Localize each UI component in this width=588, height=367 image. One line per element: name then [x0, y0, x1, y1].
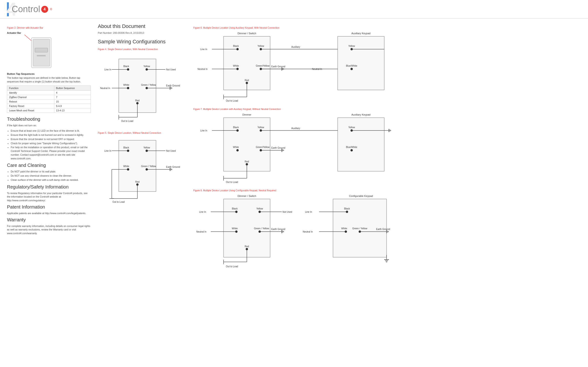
svg-point-140 — [235, 230, 237, 233]
warranty-text: For complete warranty information, inclu… — [7, 224, 91, 235]
svg-point-39 — [146, 168, 148, 171]
svg-point-10 — [127, 87, 129, 89]
svg-text:Not Used: Not Used — [166, 68, 176, 71]
svg-text:Yellow: Yellow — [143, 65, 150, 67]
figure7-svg: Dimmer Auxiliary Keypad Black Yellow Whi… — [193, 112, 403, 184]
svg-rect-4 — [37, 55, 46, 56]
svg-text:Out to Load: Out to Load — [121, 120, 133, 122]
svg-text:Green / Yellow: Green / Yellow — [141, 165, 156, 167]
svg-text:Out to Load: Out to Load — [226, 100, 238, 102]
svg-text:White: White — [341, 227, 347, 230]
svg-text:Line In: Line In — [104, 68, 111, 71]
figure8-svg: Dimmer / Switch Configurable Keypad Blac… — [193, 193, 403, 270]
svg-text:White: White — [123, 165, 129, 167]
svg-text:Line In: Line In — [104, 150, 111, 152]
svg-text:Green/Yellow: Green/Yellow — [256, 146, 270, 149]
svg-text:White: White — [123, 84, 129, 86]
svg-text:Red: Red — [245, 160, 249, 163]
svg-text:Earth Ground: Earth Ground — [166, 84, 180, 87]
svg-text:Yellow: Yellow — [348, 126, 355, 129]
svg-point-142 — [259, 230, 261, 233]
warranty-title: Warranty — [7, 217, 91, 223]
svg-point-37 — [127, 168, 129, 171]
svg-point-63 — [236, 48, 239, 50]
regulatory-title: Regulatory/Safety Information — [7, 184, 91, 190]
list-item: For help on the installation or operatio… — [11, 146, 91, 160]
button-tap-title: Button Tap Sequences — [7, 73, 91, 75]
svg-text:Not Used: Not Used — [166, 150, 176, 152]
figure4-diagram: Black Yellow White Green / Yellow Red — [98, 52, 186, 127]
figure7-diagram: Dimmer Auxiliary Keypad Black Yellow Whi… — [193, 112, 581, 184]
patent-title: Patent Information — [7, 204, 91, 210]
svg-point-102 — [260, 129, 262, 132]
middle-column: About this Document Part Number: 200-003… — [98, 23, 186, 275]
svg-text:Blue/White: Blue/White — [346, 65, 358, 67]
svg-text:Line In: Line In — [200, 129, 207, 132]
svg-text:Earth Ground: Earth Ground — [271, 147, 285, 149]
svg-text:White: White — [233, 65, 239, 67]
svg-text:White: White — [232, 227, 238, 230]
svg-point-71 — [246, 82, 248, 84]
care-title: Care and Cleaning — [7, 163, 91, 168]
svg-point-35 — [146, 150, 148, 152]
figure5-svg: Black Yellow White Green / Yellow Red — [98, 136, 184, 208]
list-item: Check for proper wiring (see "Sample Wir… — [11, 142, 91, 145]
list-item: Ensure that the light bulb is not burned… — [11, 133, 91, 137]
troubleshooting-intro: If the light does not turn on: — [7, 124, 91, 127]
svg-text:Earth Ground: Earth Ground — [166, 166, 180, 168]
svg-text:Auxiliary: Auxiliary — [291, 127, 300, 130]
figure8-diagram: Dimmer / Switch Configurable Keypad Blac… — [193, 193, 581, 271]
svg-point-165 — [359, 230, 361, 233]
svg-text:Blue/White: Blue/White — [346, 146, 358, 149]
svg-text:Configurable Keypad: Configurable Keypad — [349, 195, 373, 197]
svg-text:Auxiliary Keypad: Auxiliary Keypad — [351, 32, 370, 35]
svg-point-106 — [260, 149, 262, 151]
left-column: Figure 3. Dimmer with Actuator Bar Actua… — [7, 23, 91, 275]
svg-text:Earth Ground: Earth Ground — [271, 65, 285, 68]
table-row: Factory Reset9-4-9 — [7, 104, 91, 108]
table-header-function: Function — [7, 85, 54, 90]
svg-text:Black: Black — [123, 65, 129, 67]
svg-rect-3 — [35, 48, 48, 52]
svg-text:Neutral In: Neutral In — [303, 230, 313, 233]
svg-point-6 — [127, 68, 129, 71]
main-content: Figure 3. Dimmer with Actuator Bar Actua… — [0, 19, 588, 280]
figure3-section: Figure 3. Dimmer with Actuator Bar Actua… — [7, 26, 91, 70]
svg-text:Green / Yellow: Green / Yellow — [254, 227, 269, 230]
list-item: Ensure that the circuit breaker is not t… — [11, 137, 91, 141]
list-item: Clean surface of the dimmer with a soft … — [11, 178, 91, 182]
svg-point-14 — [136, 102, 139, 104]
svg-text:Red: Red — [135, 99, 139, 102]
svg-text:Auxiliary: Auxiliary — [291, 46, 300, 48]
svg-point-104 — [236, 149, 239, 151]
svg-text:Yellow: Yellow — [143, 146, 150, 149]
svg-text:Black: Black — [344, 207, 350, 210]
svg-point-12 — [146, 87, 148, 89]
part-number: Part Number: 200-00306 Rev A, 2/15/2013 — [98, 31, 186, 35]
company-logo: Control 4 ® — [7, 2, 52, 16]
regulatory-text: To review Regulatory information for you… — [7, 192, 91, 202]
figure5-title: Figure 5. Single Device Location, Withou… — [98, 132, 186, 134]
svg-point-108 — [246, 163, 248, 166]
svg-point-144 — [246, 248, 248, 250]
svg-text:Earth Ground: Earth Ground — [271, 228, 285, 230]
svg-text:Yellow: Yellow — [256, 207, 263, 210]
figure6-title: Figure 6. Multiple Device Location Using… — [193, 26, 581, 29]
svg-text:Dimmer / Switch: Dimmer / Switch — [237, 195, 256, 197]
svg-rect-62 — [338, 36, 384, 90]
svg-text:Dimmer: Dimmer — [242, 113, 252, 116]
list-item: Ensure that at least one (1) LED on the … — [11, 129, 91, 133]
svg-text:Line In: Line In — [199, 211, 206, 213]
svg-text:Black: Black — [232, 207, 238, 210]
patent-text: Applicable patents are available at http… — [7, 212, 91, 215]
svg-point-67 — [236, 68, 239, 70]
table-row: Leave Mesh and Reset13-4-13 — [7, 108, 91, 113]
right-column: Figure 6. Multiple Device Location Using… — [193, 23, 581, 275]
figure6-diagram: Dimmer / Switch Auxiliary Keypad Black Y… — [193, 31, 581, 103]
svg-point-123 — [351, 129, 353, 132]
svg-rect-99 — [338, 118, 384, 171]
svg-text:Black: Black — [123, 146, 129, 149]
svg-text:Yellow: Yellow — [258, 45, 264, 47]
list-item: Do NOT use any chemical cleaners to clea… — [11, 174, 91, 178]
svg-point-138 — [259, 211, 261, 213]
